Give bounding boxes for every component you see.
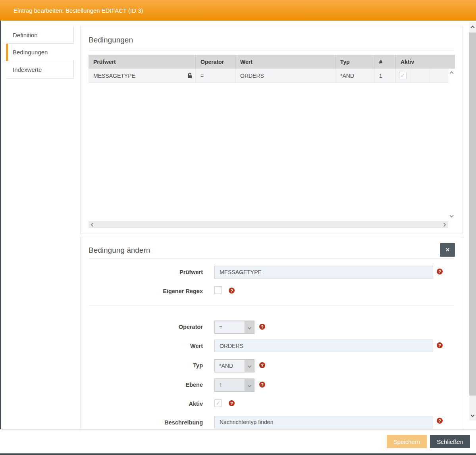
eigener-regex-label: Eigener Regex: [81, 288, 203, 294]
cell-empty-2: [429, 69, 448, 83]
cell-aktiv: ✓: [396, 69, 410, 83]
column-header-wert: Wert: [235, 55, 335, 69]
table-horizontal-scrollbar[interactable]: [89, 221, 448, 228]
form-divider: [89, 305, 454, 306]
scroll-down-icon[interactable]: [471, 413, 475, 417]
cell-wert: ORDERS: [235, 69, 335, 83]
heading-divider: [89, 50, 454, 50]
eigener-regex-checkbox[interactable]: [214, 286, 222, 294]
chevron-down-icon: [245, 379, 254, 391]
cell-pruefwert-text: MESSAGETYPE: [93, 73, 135, 79]
ebene-select: 1: [214, 378, 254, 392]
help-icon[interactable]: ?: [259, 382, 265, 388]
tab-bedingungen[interactable]: Bedingungen: [6, 44, 74, 61]
help-icon[interactable]: ?: [437, 342, 443, 348]
table-vertical-scrollbar[interactable]: [448, 69, 455, 221]
dialog-footer: Speichern Schließen: [0, 429, 476, 453]
dialog-header: Eintrag bearbeiten: Bestellungen EDIFACT…: [0, 0, 476, 21]
operator-label: Operator: [81, 324, 203, 330]
cell-pruefwert: MESSAGETYPE: [89, 69, 196, 83]
help-icon[interactable]: ?: [259, 324, 265, 330]
chevron-down-icon: [245, 360, 254, 372]
typ-label: Typ: [81, 362, 203, 369]
save-button[interactable]: Speichern: [387, 435, 427, 448]
cell-empty-1: [410, 69, 429, 83]
help-icon[interactable]: ?: [259, 362, 265, 368]
check-icon: ✓: [215, 400, 222, 406]
scrollbar-thumb[interactable]: [469, 33, 476, 395]
check-icon: ✓: [399, 72, 406, 79]
edit-panel-title: Bedingung ändern: [89, 246, 150, 255]
scroll-up-icon[interactable]: [450, 71, 454, 75]
pruefwert-label: Prüfwert: [81, 269, 203, 275]
scroll-right-icon[interactable]: [442, 223, 446, 227]
scroll-up-icon[interactable]: [471, 26, 475, 30]
help-icon[interactable]: ?: [437, 269, 443, 275]
column-header-operator: Operator: [196, 55, 235, 69]
table-row[interactable]: MESSAGETYPE = ORDERS *AND 1 ✓: [89, 69, 448, 83]
sidebar-tabs: Definition Bedingungen Indexwerte: [6, 26, 74, 79]
wert-input[interactable]: [214, 340, 433, 352]
left-edge: [0, 21, 1, 455]
conditions-table-header: Prüfwert Operator Wert Typ # Aktiv: [89, 55, 455, 69]
conditions-panel-title: Bedingungen: [89, 36, 133, 44]
heading-divider: [89, 258, 454, 259]
beschreibung-label: Beschreibung: [81, 419, 203, 426]
help-icon[interactable]: ?: [229, 400, 235, 406]
column-header-nr: #: [374, 55, 396, 69]
aktiv-checkbox: ✓: [214, 399, 222, 407]
close-icon: ×: [446, 246, 450, 254]
ebene-label: Ebene: [81, 382, 203, 388]
edit-condition-panel: Bedingung ändern × Prüfwert ? Eigener Re…: [80, 237, 463, 429]
conditions-table-body: MESSAGETYPE = ORDERS *AND 1 ✓: [89, 69, 455, 221]
dialog-title: Eintrag bearbeiten: Bestellungen EDIFACT…: [13, 7, 143, 14]
pruefwert-input[interactable]: [214, 266, 433, 278]
beschreibung-input[interactable]: [214, 416, 433, 428]
row-aktiv-checkbox: ✓: [399, 72, 407, 79]
main-scrollbar: [469, 22, 476, 420]
lock-icon: [187, 73, 193, 79]
column-header-pruefwert: Prüfwert: [89, 55, 196, 69]
cell-nr: 1: [374, 69, 396, 83]
tab-indexwerte[interactable]: Indexwerte: [6, 61, 74, 79]
tab-definition[interactable]: Definition: [6, 26, 74, 44]
chevron-down-icon: [245, 321, 254, 333]
wert-label: Wert: [81, 343, 203, 349]
conditions-panel: Bedingungen Prüfwert Operator Wert Typ #…: [80, 26, 463, 234]
help-icon[interactable]: ?: [437, 418, 443, 424]
bottom-edge: [0, 453, 476, 455]
column-header-typ: Typ: [335, 55, 374, 69]
column-header-aktiv: Aktiv: [396, 55, 455, 69]
aktiv-label: Aktiv: [81, 401, 203, 407]
close-button[interactable]: Schließen: [430, 435, 470, 448]
scroll-down-icon[interactable]: [450, 214, 454, 218]
help-icon[interactable]: ?: [229, 288, 235, 294]
scroll-left-icon[interactable]: [91, 223, 95, 227]
close-panel-button[interactable]: ×: [440, 243, 455, 257]
typ-select[interactable]: *AND: [214, 359, 254, 372]
operator-select[interactable]: =: [214, 321, 254, 334]
cell-operator: =: [196, 69, 235, 83]
dialog-body: Definition Bedingungen Indexwerte Beding…: [0, 21, 476, 429]
cell-typ: *AND: [335, 69, 374, 83]
